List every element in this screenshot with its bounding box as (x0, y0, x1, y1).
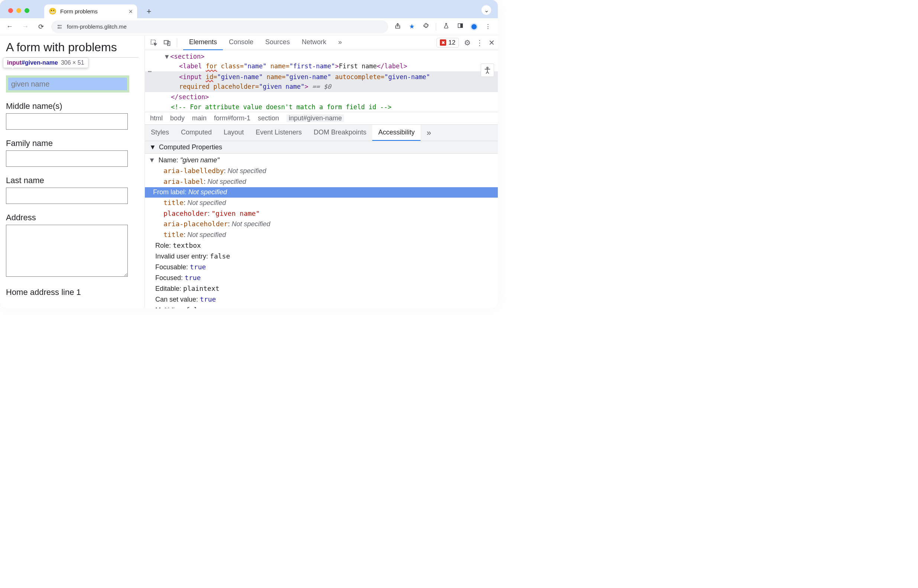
extensions-icon[interactable] (422, 23, 430, 31)
chrome-menu-icon[interactable]: ⋮ (484, 23, 492, 31)
accessibility-name-source-row[interactable]: title: Not specified (155, 198, 494, 208)
separator (436, 23, 436, 31)
accessibility-property-row: Role: textbox (155, 240, 494, 251)
svg-rect-1 (58, 27, 60, 28)
devtools-toolbar: Elements Console Sources Network » ✖ 12 … (145, 35, 498, 50)
tab-sources[interactable]: Sources (259, 35, 296, 50)
tab-console[interactable]: Console (223, 35, 259, 50)
accessibility-property-row: Focusable: true (155, 262, 494, 273)
dom-tree[interactable]: ⋯ ▼<section> <label for class="name" nam… (145, 50, 498, 112)
middle-name-input[interactable] (6, 113, 128, 130)
tab-network[interactable]: Network (296, 35, 332, 50)
accessibility-name-source-row[interactable]: aria-labelledby: Not specified (155, 166, 494, 176)
subtab-dom-breakpoints[interactable]: DOM Breakpoints (308, 125, 372, 141)
computed-props-body: ▼ Name: "given name" aria-labelledby: No… (145, 154, 498, 308)
breadcrumb-item[interactable]: section (258, 115, 279, 122)
accessibility-property-row: Multi-line: false (155, 305, 494, 308)
label-home-address-1: Home address line 1 (6, 288, 139, 297)
side-panel-icon[interactable] (456, 23, 464, 31)
accessibility-property-row: Editable: plaintext (155, 283, 494, 294)
accessibility-name-source-row[interactable]: aria-placeholder: Not specified (155, 219, 494, 229)
svg-rect-6 (461, 24, 462, 28)
experiments-icon[interactable] (442, 23, 450, 31)
bookmark-star-icon[interactable]: ★ (407, 23, 416, 31)
given-name-input[interactable] (8, 78, 127, 90)
accessibility-property-row: Can set value: true (155, 294, 494, 305)
error-count-badge[interactable]: ✖ 12 (436, 38, 459, 48)
browser-tab[interactable]: 😬 Form problems × (44, 5, 137, 18)
accessibility-property-row: Invalid user entry: false (155, 251, 494, 262)
address-bar: ← → ⟳ form-problems.glitch.me ★ (0, 18, 498, 35)
tab-overflow-button[interactable]: ⌄ (482, 5, 491, 15)
zoom-window-icon[interactable] (24, 8, 29, 13)
svg-rect-0 (58, 25, 60, 26)
accessibility-property-row: Focused: true (155, 273, 494, 283)
tab-favicon-icon: 😬 (48, 7, 57, 15)
computed-props-header[interactable]: ▼ Computed Properties (145, 141, 498, 154)
reload-button[interactable]: ⟳ (36, 23, 46, 31)
subtab-layout[interactable]: Layout (218, 125, 250, 141)
omnibox-url: form-problems.glitch.me (67, 23, 127, 30)
tab-elements[interactable]: Elements (183, 35, 223, 50)
accessibility-name-source-row[interactable]: placeholder: "given name" (155, 208, 494, 219)
collapsed-ancestors-icon[interactable]: ⋯ (148, 66, 152, 76)
element-inspect-tooltip: input#given-name 306 × 51 (3, 58, 89, 68)
content-split: A form with problems input#given-name 30… (0, 35, 498, 308)
share-icon[interactable] (393, 23, 402, 31)
family-name-input[interactable] (6, 150, 128, 167)
accessibility-toggle-icon[interactable] (481, 63, 494, 77)
devtools-panel: Elements Console Sources Network » ✖ 12 … (145, 35, 498, 308)
profile-avatar-icon[interactable] (470, 23, 478, 31)
computed-props-title: Computed Properties (159, 144, 222, 151)
subtab-styles[interactable]: Styles (145, 125, 175, 141)
accessibility-name-source-row[interactable]: title: Not specified (155, 229, 494, 240)
error-icon: ✖ (440, 39, 446, 46)
breadcrumb-item[interactable]: input#given-name (286, 115, 344, 122)
elements-subtabs: Styles Computed Layout Event Listeners D… (145, 125, 498, 141)
tabstrip: 😬 Form problems × + ⌄ (0, 0, 498, 18)
close-window-icon[interactable] (8, 8, 13, 13)
page-title: A form with problems (6, 40, 139, 58)
traffic-lights (4, 8, 34, 18)
new-tab-button[interactable]: + (144, 6, 154, 17)
disclosure-triangle-icon[interactable]: ▼ (149, 144, 156, 151)
tabs-overflow-icon[interactable]: » (332, 35, 348, 50)
selected-dom-node[interactable]: <input id="given-name" name="given-name"… (145, 71, 498, 92)
toolbar-right: ★ ⋮ (393, 23, 493, 31)
inspect-element-icon[interactable] (148, 37, 160, 48)
prop-name-value: "given name" (180, 157, 220, 164)
settings-gear-icon[interactable]: ⚙ (464, 38, 471, 47)
site-settings-icon[interactable] (57, 23, 63, 30)
close-tab-icon[interactable]: × (129, 8, 133, 15)
highlighted-input-overlay (6, 75, 129, 92)
last-name-input[interactable] (6, 187, 128, 204)
accessibility-name-source-row[interactable]: aria-label: Not specified (155, 176, 494, 187)
back-button[interactable]: ← (5, 23, 15, 31)
forward-button[interactable]: → (20, 23, 31, 31)
disclosure-triangle-icon[interactable]: ▼ (165, 52, 169, 61)
subtab-computed[interactable]: Computed (175, 125, 218, 141)
address-textarea[interactable] (6, 225, 128, 277)
devtools-tabs: Elements Console Sources Network » (183, 35, 348, 50)
svg-point-10 (486, 67, 488, 69)
disclosure-triangle-icon[interactable]: ▼ (149, 157, 155, 164)
accessibility-name-source-row[interactable]: From label: Not specified (145, 187, 498, 198)
breadcrumb-item[interactable]: main (192, 115, 207, 122)
subtab-event-listeners[interactable]: Event Listeners (250, 125, 308, 141)
devtools-menu-icon[interactable]: ⋮ (476, 38, 483, 47)
svg-point-3 (61, 27, 61, 28)
label-address: Address (6, 213, 139, 223)
separator (177, 38, 177, 47)
device-toolbar-icon[interactable] (161, 37, 173, 48)
breadcrumb-item[interactable]: body (170, 115, 185, 122)
dom-breadcrumb: html body main form#form-1 section input… (145, 112, 498, 125)
label-last-name: Last name (6, 176, 139, 185)
omnibox[interactable]: form-problems.glitch.me (51, 21, 388, 33)
browser-window: 😬 Form problems × + ⌄ ← → ⟳ form-problem… (0, 0, 498, 308)
subtabs-overflow-icon[interactable]: » (423, 128, 435, 138)
breadcrumb-item[interactable]: html (150, 115, 163, 122)
breadcrumb-item[interactable]: form#form-1 (214, 115, 251, 122)
minimize-window-icon[interactable] (16, 8, 21, 13)
subtab-accessibility[interactable]: Accessibility (372, 125, 420, 141)
close-devtools-icon[interactable]: ✕ (488, 38, 495, 47)
